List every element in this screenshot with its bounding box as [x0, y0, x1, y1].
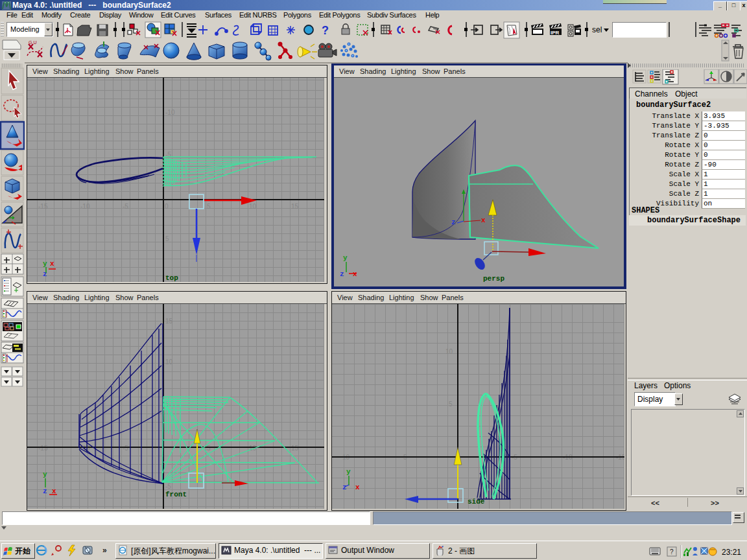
svg-text:z: z	[43, 487, 47, 495]
svg-text:10: 10	[445, 348, 453, 355]
svg-text:x: x	[50, 260, 54, 268]
svg-text:z: z	[342, 484, 347, 491]
svg-text:-5: -5	[165, 483, 171, 490]
svg-text:y: y	[343, 254, 348, 262]
svg-text:5: 5	[207, 445, 211, 452]
svg-text:10: 10	[165, 358, 173, 366]
svg-text:y: y	[43, 260, 47, 268]
svg-text:-15: -15	[38, 203, 48, 210]
svg-text:5: 5	[207, 203, 211, 210]
svg-text:-10: -10	[165, 109, 175, 116]
svg-text:x: x	[52, 487, 56, 495]
svg-text:5: 5	[449, 401, 453, 408]
svg-text:x: x	[355, 484, 360, 491]
svg-text:15: 15	[165, 318, 173, 325]
svg-text:?: ?	[322, 24, 329, 37]
svg-text:persp: persp	[483, 275, 504, 283]
svg-text:top: top	[165, 274, 178, 282]
svg-text:z: z	[451, 218, 456, 226]
svg-text:G U: G U	[29, 40, 36, 45]
svg-text:-5: -5	[123, 203, 128, 210]
svg-text:23:21: 23:21	[722, 548, 741, 557]
svg-text:15: 15	[291, 445, 299, 452]
svg-text:10: 10	[249, 203, 257, 210]
svg-text:0: 0	[165, 203, 169, 210]
svg-text:y: y	[43, 471, 47, 478]
svg-text:front: front	[165, 491, 187, 498]
svg-text:?: ?	[670, 548, 674, 555]
svg-text:x: x	[353, 270, 357, 278]
svg-text:15: 15	[291, 203, 299, 210]
svg-text:-15: -15	[38, 445, 48, 452]
svg-text:5: 5	[165, 235, 169, 242]
svg-text:sel: sel	[592, 25, 602, 34]
svg-text:-10: -10	[80, 203, 90, 210]
svg-text:-5: -5	[123, 445, 128, 452]
svg-text:x: x	[481, 216, 486, 224]
svg-text:y: y	[346, 468, 351, 476]
svg-text:IPR: IPR	[551, 30, 560, 36]
svg-text:z: z	[340, 270, 344, 278]
